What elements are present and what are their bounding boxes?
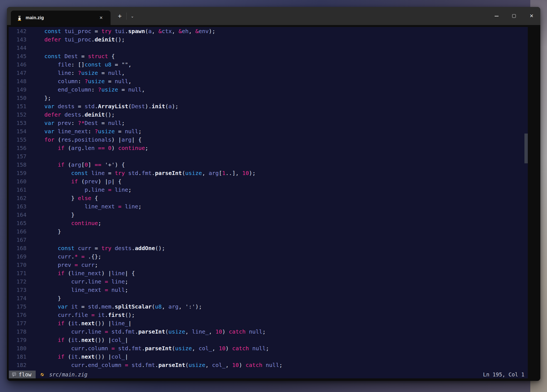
code-line[interactable]: 160 if (prev) |p| {: [9, 177, 528, 186]
code-line[interactable]: 152 defer dests.deinit();: [9, 110, 528, 119]
status-bar: flow src/main.zig Ln 195, Col 1: [9, 371, 528, 378]
terminal-window: main.zig ✕ + ⌄ ✕ 142 const tui_proc = tr…: [7, 7, 540, 381]
line-number: 159: [9, 169, 26, 177]
line-number: 180: [9, 344, 26, 352]
code-text: const tui_proc = try tui.spawn(a, &ctx, …: [26, 27, 215, 35]
line-number: 165: [9, 219, 26, 227]
code-text: column: ?usize = null,: [26, 77, 131, 85]
code-line[interactable]: 162 } else {: [9, 194, 528, 202]
line-number: 161: [9, 186, 26, 194]
code-line[interactable]: 164 }: [9, 211, 528, 219]
code-text: const line = try std.fmt.parseInt(usize,…: [26, 169, 256, 177]
code-line[interactable]: 173 line_next = null;: [9, 286, 528, 294]
editor-mode-chip[interactable]: flow: [9, 371, 36, 378]
line-number: 175: [9, 302, 26, 311]
code-line[interactable]: 166 }: [9, 227, 528, 236]
code-text: continue;: [26, 219, 101, 227]
line-number: 164: [9, 211, 26, 219]
code-text: [26, 44, 31, 52]
code-line[interactable]: 182 curr.end_column = std.fmt.parseInt(u…: [9, 361, 528, 369]
code-line[interactable]: 151 var dests = std.ArrayList(Dest).init…: [9, 102, 528, 110]
code-text: prev = curr;: [26, 261, 98, 269]
code-text: curr.end_column = std.fmt.parseInt(usize…: [26, 361, 282, 369]
code-text: file: []const u8 = "",: [26, 60, 131, 69]
maximize-button[interactable]: [505, 7, 523, 25]
code-line[interactable]: 170 prev = curr;: [9, 261, 528, 269]
code-text: var line_next: ?usize = null;: [26, 127, 141, 135]
code-line[interactable]: 180 curr.column = std.fmt.parseInt(usize…: [9, 344, 528, 352]
code-line[interactable]: 142 const tui_proc = try tui.spawn(a, &c…: [9, 27, 528, 35]
minimize-icon: [495, 16, 499, 16]
line-number: 171: [9, 269, 26, 277]
code-line[interactable]: 171 if (line_next) |line| {: [9, 269, 528, 277]
line-number: 151: [9, 102, 26, 110]
code-line[interactable]: 167: [9, 236, 528, 244]
close-button[interactable]: ✕: [523, 7, 540, 25]
code-line[interactable]: 163 line_next = line;: [9, 202, 528, 211]
line-number: 146: [9, 60, 26, 69]
code-line[interactable]: 148 column: ?usize = null,: [9, 77, 528, 85]
code-text: var prev: ?*Dest = null;: [26, 119, 125, 127]
line-number: 152: [9, 110, 26, 119]
maximize-icon: [512, 14, 516, 18]
code-line[interactable]: 169 curr.* = .{};: [9, 252, 528, 261]
code-line[interactable]: 155 for (res.positionals) |arg| {: [9, 135, 528, 144]
code-line[interactable]: 156 if (arg.len == 0) continue;: [9, 144, 528, 152]
tab-close-button[interactable]: ✕: [97, 14, 105, 22]
code-text: line: ?usize = null,: [26, 69, 125, 77]
scrollbar-thumb[interactable]: [524, 134, 528, 163]
code-line[interactable]: 158 if (arg[0] == '+') {: [9, 161, 528, 169]
code-line[interactable]: 179 if (it.next()) |col_|: [9, 336, 528, 344]
code-line[interactable]: 143 defer tui_proc.deinit();: [9, 35, 528, 44]
code-line[interactable]: 149 end_column: ?usize = null,: [9, 85, 528, 94]
code-line[interactable]: 175 var it = std.mem.splitScalar(u8, arg…: [9, 302, 528, 311]
line-number: 143: [9, 35, 26, 44]
code-line[interactable]: 146 file: []const u8 = "",: [9, 60, 528, 69]
line-number: 181: [9, 352, 26, 361]
line-number: 153: [9, 119, 26, 127]
code-line[interactable]: 153 var prev: ?*Dest = null;: [9, 119, 528, 127]
line-number: 158: [9, 161, 26, 169]
code-line[interactable]: 181 if (it.next()) |col_|: [9, 352, 528, 361]
line-number: 170: [9, 261, 26, 269]
code-line[interactable]: 159 const line = try std.fmt.parseInt(us…: [9, 169, 528, 177]
code-line[interactable]: 177 if (it.next()) |line_|: [9, 319, 528, 327]
code-text: var it = std.mem.splitScalar(u8, arg, ':…: [26, 302, 202, 311]
code-line[interactable]: 157: [9, 152, 528, 161]
tab-dropdown-button[interactable]: ⌄: [127, 11, 137, 21]
line-number: 167: [9, 236, 26, 244]
code-line[interactable]: 176 curr.file = it.first();: [9, 311, 528, 319]
code-line[interactable]: 168 const curr = try dests.addOne();: [9, 244, 528, 252]
code-text: if (it.next()) |line_|: [26, 319, 131, 327]
code-line[interactable]: 154 var line_next: ?usize = null;: [9, 127, 528, 135]
flow-logo-icon: [12, 372, 16, 377]
code-line[interactable]: 178 curr.line = std.fmt.parseInt(usize, …: [9, 327, 528, 336]
code-text: } else {: [26, 194, 98, 202]
code-area[interactable]: 142 const tui_proc = try tui.spawn(a, &c…: [9, 27, 528, 371]
new-tab-button[interactable]: +: [114, 10, 126, 22]
code-line[interactable]: 147 line: ?usize = null,: [9, 69, 528, 77]
code-line[interactable]: 144: [9, 44, 528, 52]
code-text: curr.line = line;: [26, 277, 128, 286]
line-number: 179: [9, 336, 26, 344]
code-text: curr.line = std.fmt.parseInt(usize, line…: [26, 327, 266, 336]
code-line[interactable]: 174 }: [9, 294, 528, 302]
code-text: if (line_next) |line| {: [26, 269, 135, 277]
line-number: 168: [9, 244, 26, 252]
code-text: if (it.next()) |col_|: [26, 336, 128, 344]
line-number: 162: [9, 194, 26, 202]
code-text: if (arg[0] == '+') {: [26, 161, 125, 169]
code-line[interactable]: 172 curr.line = line;: [9, 277, 528, 286]
code-line[interactable]: 145 const Dest = struct {: [9, 52, 528, 60]
code-line[interactable]: 165 continue;: [9, 219, 528, 227]
minimize-button[interactable]: [488, 7, 505, 25]
code-line[interactable]: 161 p.line = line;: [9, 186, 528, 194]
line-number: 177: [9, 319, 26, 327]
line-number: 174: [9, 294, 26, 302]
code-line[interactable]: 150 };: [9, 94, 528, 102]
code-text: curr.* = .{};: [26, 252, 101, 261]
tab-main-zig[interactable]: main.zig ✕: [11, 11, 111, 25]
line-number: 157: [9, 152, 26, 161]
line-number: 169: [9, 252, 26, 261]
modified-indicator-icon: [40, 373, 45, 377]
